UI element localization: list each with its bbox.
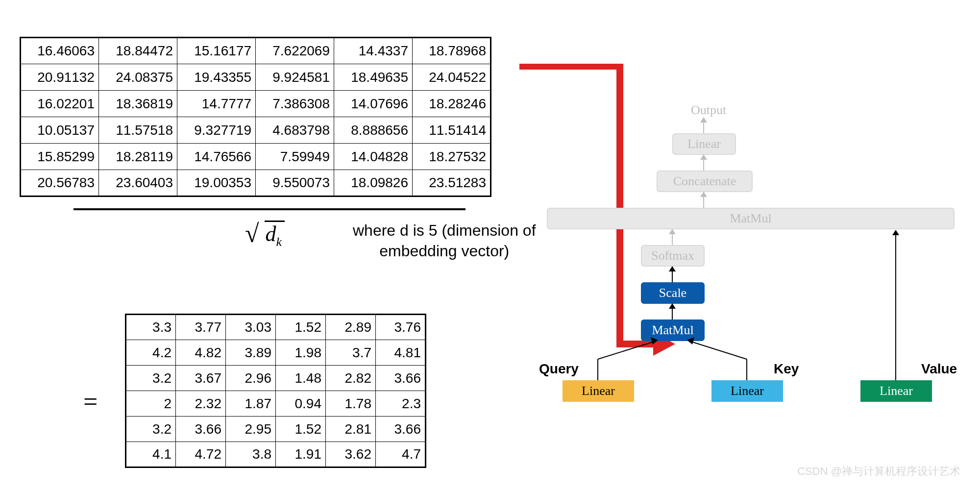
cell: 1.98 [276,340,326,366]
cell: 4.72 [176,442,226,467]
cell: 18.78968 [413,38,491,64]
cell: 3.77 [176,315,226,340]
cell: 2 [126,391,176,417]
cell: 9.327719 [177,117,256,144]
cell: 14.4337 [334,38,413,64]
input-matrix-table: 16.4606318.8447215.161777.62206914.43371… [20,37,491,197]
query-label: Query [539,361,579,377]
svg-line-2 [598,342,654,359]
cell: 1.52 [276,417,326,442]
cell: 3.89 [226,340,276,366]
svg-line-5 [691,342,747,359]
cell: 11.51414 [413,117,491,144]
cell: 1.87 [226,391,276,417]
cell: 4.1 [126,442,176,467]
cell: 3.67 [176,366,226,391]
cell: 20.56783 [21,170,99,196]
cell: 2.3 [376,391,426,417]
cell: 7.59949 [256,144,334,170]
cell: 14.07696 [334,91,413,117]
cell: 8.888656 [334,117,413,144]
matmul-box: MatMul [641,319,705,341]
output-label: Output [691,103,726,118]
cell: 11.57518 [99,117,177,144]
cell: 18.36819 [99,91,177,117]
cell: 3.62 [326,442,376,467]
cell: 3.3 [126,315,176,340]
linear-k-box: Linear [711,380,783,402]
cell: 14.04828 [334,144,413,170]
cell: 3.7 [326,340,376,366]
cell: 2.89 [326,315,376,340]
cell: 4.82 [176,340,226,366]
cell: 9.550073 [256,170,334,196]
value-label: Value [921,361,957,377]
scaled-matrix-table: 3.33.773.031.522.893.764.24.823.891.983.… [125,314,426,468]
cell: 19.43355 [177,64,256,91]
cell: 3.03 [226,315,276,340]
key-label: Key [774,361,799,377]
softmax-box: Softmax [641,245,705,267]
cell: 18.27532 [413,144,491,170]
cell: 2.95 [226,417,276,442]
cell: 4.81 [376,340,426,366]
cell: 1.52 [276,315,326,340]
cell: 23.51283 [413,170,491,196]
cell: 3.66 [376,366,426,391]
cell: 3.66 [376,417,426,442]
cell: 4.683798 [256,117,334,144]
cell: 24.08375 [99,64,177,91]
cell: 2.82 [326,366,376,391]
cell: 10.05137 [21,117,99,144]
fraction-bar [74,208,466,210]
cell: 14.7777 [177,91,256,117]
matmul-top-box: MatMul [547,208,955,229]
cell: 18.09826 [334,170,413,196]
cell: 4.7 [376,442,426,467]
cell: 4.2 [126,340,176,366]
cell: 9.924581 [256,64,334,91]
cell: 16.46063 [21,38,99,64]
cell: 3.2 [126,366,176,391]
cell: 18.49635 [334,64,413,91]
cell: 14.76566 [177,144,256,170]
cell: 18.28246 [413,91,491,117]
cell: 18.84472 [99,38,177,64]
cell: 20.91132 [21,64,99,91]
scale-box: Scale [641,282,705,304]
svg-marker-8 [892,230,899,235]
cell: 15.85299 [21,144,99,170]
equals-sign: = [83,387,98,416]
linear-top-box: Linear [672,133,736,155]
cell: 19.00353 [177,170,256,196]
cell: 0.94 [276,391,326,417]
linear-v-box: Linear [860,380,932,402]
cell: 1.48 [276,366,326,391]
linear-q-box: Linear [563,380,634,402]
cell: 15.16177 [177,38,256,64]
cell: 3.2 [126,417,176,442]
cell: 7.622069 [256,38,334,64]
cell: 7.386308 [256,91,334,117]
cell: 1.91 [276,442,326,467]
cell: 16.02201 [21,91,99,117]
cell: 1.78 [326,391,376,417]
cell: 2.32 [176,391,226,417]
concatenate-box: Concatenate [657,171,753,192]
watermark: CSDN @禅与计算机程序设计艺术 [797,464,960,479]
cell: 3.8 [226,442,276,467]
cell: 2.81 [326,417,376,442]
cell: 3.66 [176,417,226,442]
cell: 24.04522 [413,64,491,91]
cell: 3.76 [376,315,426,340]
cell: 18.28119 [99,144,177,170]
attention-diagram: Output Linear Concatenate MatMul Softmax… [578,115,956,458]
cell: 23.60403 [99,170,177,196]
denominator-sqrt-dk: √ dk [245,218,285,249]
cell: 2.96 [226,366,276,391]
